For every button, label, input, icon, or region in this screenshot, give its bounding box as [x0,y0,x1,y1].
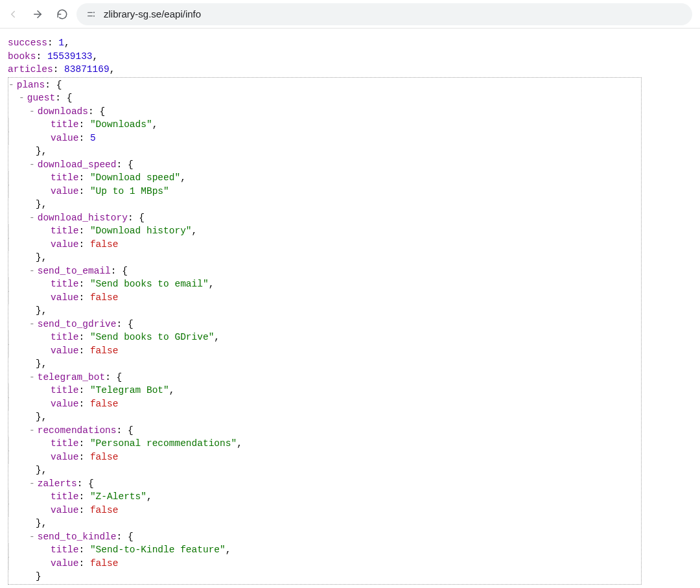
json-row: } [8,570,640,583]
json-row: }, [8,464,640,477]
json-row: -downloads: { [8,105,640,119]
collapse-toggle[interactable]: - [29,159,38,170]
json-row: }, [8,304,640,318]
json-row: title: "Personal recommendations", [8,437,640,451]
json-row: value: false [8,504,640,517]
collapse-toggle[interactable]: - [29,372,38,382]
browser-toolbar: zlibrary-sg.se/eapi/info [0,0,700,29]
json-row: value: false [8,238,640,252]
collapse-toggle[interactable]: - [8,80,17,90]
json-row: value: 5 [8,132,640,145]
json-row: title: "Send-to-Kindle feature", [8,543,640,557]
json-row: -send_to_gdrive: { [8,318,640,331]
json-row: value: false [8,557,640,570]
json-row: -guest: { [8,91,640,105]
json-row: title: "Downloads", [8,118,640,132]
reload-button[interactable] [52,4,73,25]
json-row: title: "Download history", [8,224,640,238]
json-row: }, [8,251,640,265]
json-viewer: success: 1,books: 15539133,articles: 838… [0,29,700,585]
collapse-toggle[interactable]: - [29,532,38,542]
json-row: }, [8,198,640,211]
json-row: -zalerts: { [8,477,640,491]
view-site-info-icon[interactable] [86,10,97,19]
url-text: zlibrary-sg.se/eapi/info [104,8,201,19]
json-row: -send_to_kindle: { [8,530,640,544]
collapse-toggle[interactable]: - [29,425,38,436]
collapse-toggle[interactable]: - [29,266,38,276]
json-row: title: "Send books to GDrive", [8,331,640,344]
json-row: value: false [8,344,640,358]
json-row: books: 15539133, [8,50,692,64]
json-row: -download_speed: { [8,158,640,172]
collapse-toggle[interactable]: - [19,93,27,103]
json-row: title: "Send books to email", [8,277,640,291]
json-row: title: "Telegram Bot", [8,384,640,397]
collapse-toggle[interactable]: - [29,106,38,117]
json-row: -telegram_bot: { [8,371,640,384]
forward-button[interactable] [27,4,48,25]
json-row: value: false [8,451,640,464]
svg-point-4 [93,15,95,16]
svg-point-3 [93,12,95,13]
back-button[interactable] [3,4,23,25]
address-bar[interactable]: zlibrary-sg.se/eapi/info [76,3,692,25]
json-row: -send_to_email: { [8,265,640,278]
json-row: title: "Download speed", [8,171,640,185]
collapse-toggle[interactable]: - [29,478,38,489]
json-row: value: "Up to 1 MBps" [8,185,640,198]
json-row: value: false [8,291,640,305]
json-row: success: 1, [8,36,692,50]
json-row: }, [8,517,640,530]
json-row: -download_history: { [8,211,640,225]
json-row: title: "Z-Alerts", [8,490,640,504]
json-object-plans: -plans: {-guest: {-downloads: {title: "D… [8,77,642,585]
collapse-toggle[interactable]: - [29,213,38,223]
json-row: }, [8,357,640,371]
json-row: -plans: { [8,78,640,92]
json-row: }, [8,410,640,424]
json-row: -recomendations: { [8,424,640,438]
json-row: articles: 83871169, [8,63,692,76]
collapse-toggle[interactable]: - [29,319,38,329]
json-row: }, [8,145,640,158]
json-row: value: false [8,397,640,411]
